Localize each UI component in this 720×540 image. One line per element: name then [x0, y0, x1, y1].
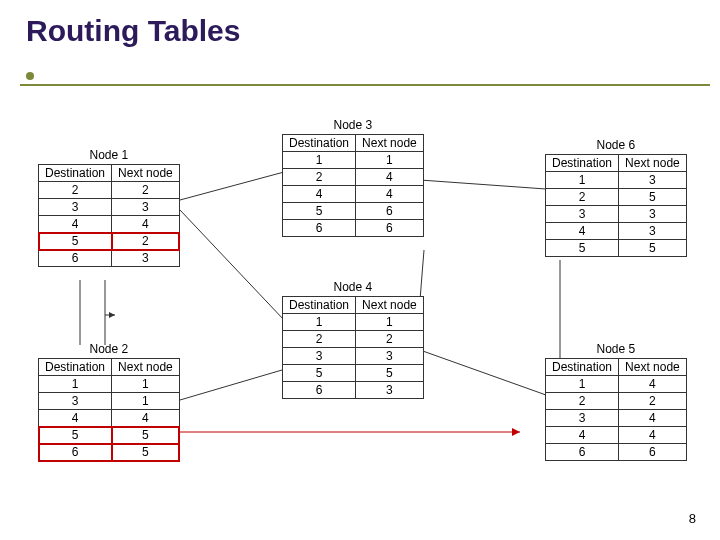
table-row: 52 — [39, 233, 180, 250]
page-number: 8 — [689, 511, 696, 526]
node-6-table: Node 6DestinationNext node1325334355 — [545, 138, 687, 257]
routing-table: DestinationNext node1122335563 — [282, 296, 424, 399]
bullet-icon — [26, 72, 34, 80]
table-row: 22 — [39, 182, 180, 199]
table-row: 22 — [546, 393, 687, 410]
svg-line-0 — [180, 172, 284, 200]
table-title: Node 2 — [38, 342, 180, 356]
table-row: 66 — [546, 444, 687, 461]
svg-line-1 — [180, 210, 284, 320]
node-5-table: Node 5DestinationNext node1422344466 — [545, 342, 687, 461]
slide-title: Routing Tables — [26, 14, 694, 48]
table-row: 55 — [546, 240, 687, 257]
table-row: 25 — [546, 189, 687, 206]
table-row: 44 — [39, 216, 180, 233]
node-1-table: Node 1DestinationNext node2233445263 — [38, 148, 180, 267]
slide: Routing Tables Node 1DestinationNext nod… — [0, 0, 720, 540]
table-row: 33 — [546, 206, 687, 223]
table-row: 22 — [283, 331, 424, 348]
table-row: 44 — [39, 410, 180, 427]
table-title: Node 5 — [545, 342, 687, 356]
table-row: 34 — [546, 410, 687, 427]
table-row: 14 — [546, 376, 687, 393]
table-row: 44 — [546, 427, 687, 444]
node-4-table: Node 4DestinationNext node1122335563 — [282, 280, 424, 399]
routing-table: DestinationNext node1422344466 — [545, 358, 687, 461]
table-row: 11 — [283, 314, 424, 331]
svg-line-2 — [180, 370, 282, 400]
table-row: 65 — [39, 444, 180, 461]
table-row: 66 — [283, 220, 424, 237]
svg-marker-12 — [109, 312, 115, 318]
table-title: Node 4 — [282, 280, 424, 294]
routing-table: DestinationNext node1325334355 — [545, 154, 687, 257]
table-row: 55 — [39, 427, 180, 444]
table-row: 33 — [283, 348, 424, 365]
table-row: 63 — [39, 250, 180, 267]
table-row: 11 — [39, 376, 180, 393]
svg-marker-9 — [512, 428, 520, 436]
table-row: 11 — [283, 152, 424, 169]
table-row: 43 — [546, 223, 687, 240]
table-title: Node 3 — [282, 118, 424, 132]
routing-table: DestinationNext node1124445666 — [282, 134, 424, 237]
svg-line-5 — [420, 350, 560, 400]
routing-table: DestinationNext node2233445263 — [38, 164, 180, 267]
divider — [20, 84, 710, 86]
table-row: 24 — [283, 169, 424, 186]
table-row: 63 — [283, 382, 424, 399]
table-row: 44 — [283, 186, 424, 203]
table-row: 55 — [283, 365, 424, 382]
table-row: 56 — [283, 203, 424, 220]
node-2-table: Node 2DestinationNext node1131445565 — [38, 342, 180, 461]
table-row: 33 — [39, 199, 180, 216]
routing-table: DestinationNext node1131445565 — [38, 358, 180, 461]
node-3-table: Node 3DestinationNext node1124445666 — [282, 118, 424, 237]
table-row: 31 — [39, 393, 180, 410]
table-title: Node 1 — [38, 148, 180, 162]
table-row: 13 — [546, 172, 687, 189]
table-title: Node 6 — [545, 138, 687, 152]
svg-line-3 — [420, 180, 560, 190]
